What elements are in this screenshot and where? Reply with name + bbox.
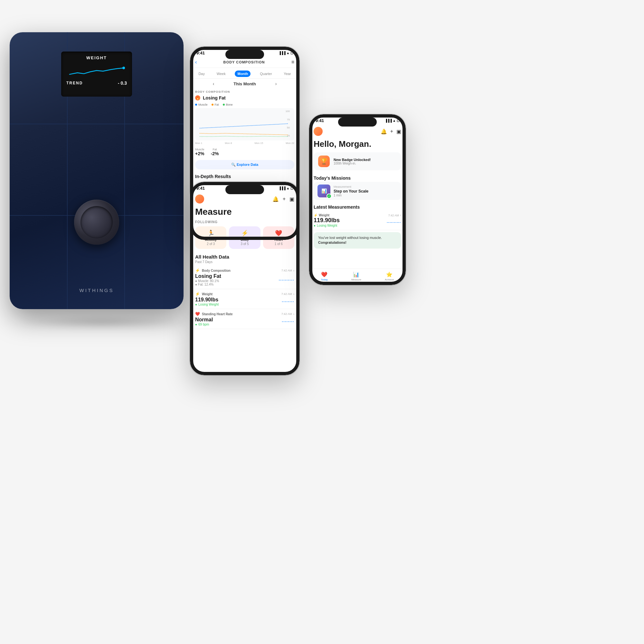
phone2-status-icons: ▐▐▐ ▲ ◻: [279, 186, 293, 190]
nav-measure[interactable]: 📊 Measure: [351, 271, 361, 281]
body-count: 3 of 5: [232, 242, 257, 246]
latest-weight-time: 7:42 AM: [388, 214, 399, 217]
achieve-icon: ⭐: [386, 271, 393, 278]
phone1-status-icons: ▐▐▐ ▲ ◻: [279, 51, 293, 55]
weight-dots: ••••••••: [282, 300, 294, 303]
measure-title: Measure: [190, 206, 299, 220]
svg-point-0: [122, 67, 125, 69]
hello-plus-icon[interactable]: +: [390, 128, 393, 134]
scale-chart: [66, 62, 127, 79]
badge-sub: 100th Weigh-in.: [334, 162, 371, 165]
bc-tab-week[interactable]: Week: [214, 71, 228, 77]
hello-avatar: [314, 127, 323, 136]
past-7-label: Past 7 Days: [190, 260, 299, 266]
body-card[interactable]: ⚡ Body 3 of 5: [229, 226, 260, 249]
bc-section-label: BODY COMPOSITION: [190, 89, 299, 94]
bc-tab-month[interactable]: Month: [235, 71, 251, 77]
measure-icons: 🔔 + ▣: [272, 196, 294, 202]
scale-trend-label: TREND: [66, 81, 83, 85]
heart-rate-arrow: ›: [293, 312, 294, 316]
activity-name: Activity: [198, 238, 223, 241]
body-comp-status: Losing Fat: [195, 273, 221, 279]
square-icon[interactable]: ▣: [289, 196, 294, 202]
badge-title: New Badge Unlocked!: [334, 158, 371, 162]
latest-title: Latest Measurements: [309, 203, 406, 211]
phone2-time: 9:41: [196, 186, 205, 191]
bc-back-button[interactable]: ‹: [195, 59, 197, 65]
bc-tab-quarter[interactable]: Quarter: [257, 71, 274, 77]
body-comp-fat: ● Fat: 12.4%: [195, 283, 221, 286]
bc-status-text: Losing Fat: [203, 95, 226, 100]
bc-nav: ‹ This Month ›: [190, 79, 299, 89]
bc-tabs: Day Week Month Quarter Year: [190, 68, 299, 79]
bc-status-row: 🔥 Losing Fat: [190, 94, 299, 102]
badge-icon: 🏆: [318, 156, 330, 167]
phone3-time: 9:41: [316, 118, 324, 123]
body-comp-dots: ••••••••••: [279, 279, 294, 281]
hello-bell-icon[interactable]: 🔔: [381, 128, 387, 135]
missions-title: Today's Missions: [309, 174, 406, 182]
phone-measure: 9:41 ▐▐▐ ▲ ◻ 🔔 + ▣ Measure Following 🏃 A…: [190, 182, 299, 375]
mission-time: 1 min: [334, 194, 368, 197]
bc-explore-button[interactable]: 🔍 Explore Data: [195, 160, 294, 169]
health-item-body-comp: ⚡ Body Composition 7:42 AM › Losing Fat …: [190, 266, 299, 289]
following-label: Following: [190, 220, 299, 224]
health-item-weight: ⚡ Weight 7:42 AM › 119.90lbs ● Losing We…: [190, 289, 299, 309]
svg-text:50: 50: [287, 126, 290, 129]
bc-fat-value: -2%: [211, 151, 219, 156]
heart-icon: ❤️: [266, 230, 291, 237]
weight-time: 7:42 AM: [281, 292, 292, 296]
bc-menu-button[interactable]: ≡: [291, 59, 294, 65]
scale-device: WEIGHT TREND - 0.3 WITHINGS: [10, 32, 193, 322]
svg-text:75: 75: [287, 118, 290, 121]
nav-today-label: Today: [321, 278, 328, 281]
bc-chart-labels: Mon 1Mon 8Mon 15Mon 22: [190, 140, 299, 146]
weight-type: Weight: [202, 292, 213, 296]
plus-icon[interactable]: +: [283, 196, 286, 202]
bc-nav-prev[interactable]: ‹: [213, 81, 214, 86]
bc-tab-day[interactable]: Day: [196, 71, 207, 77]
weight-icon: ⚡: [195, 292, 200, 296]
nav-today[interactable]: ❤️ Today: [321, 271, 328, 281]
badge-card: 🏆 New Badge Unlocked! 100th Weigh-in.: [314, 152, 401, 170]
bc-legend-muscle: Muscle: [198, 103, 208, 106]
latest-weight-dots: ••••••••••: [387, 221, 401, 223]
phone3-status-icons: ▐▐▐ ▲ ◻: [385, 119, 399, 122]
weight-status-text: Losing Weight: [198, 303, 219, 306]
hello-square-icon[interactable]: ▣: [396, 128, 401, 135]
bc-nav-next[interactable]: ›: [275, 81, 277, 86]
body-comp-type: Body Composition: [202, 269, 231, 272]
activity-count: 2 of 3: [198, 242, 223, 246]
body-icon: ⚡: [232, 230, 257, 237]
congrats-card: You've lost weight without losing muscle…: [314, 232, 401, 249]
latest-weight-arrow: ›: [400, 213, 401, 217]
bc-status-icon: 🔥: [195, 95, 200, 100]
bc-legend-fat: Fat: [215, 103, 219, 106]
health-item-heart: ❤️ Standing Heart Rate 7:42 AM › Normal …: [190, 309, 299, 329]
bell-icon[interactable]: 🔔: [272, 196, 279, 202]
hello-bottom-nav: ❤️ Today 📊 Measure ⭐ Achieve: [309, 269, 406, 285]
congrats-text: You've lost weight without losing muscle…: [318, 235, 397, 245]
heart-card[interactable]: ❤️ Heart 1 of 6: [263, 226, 294, 249]
body-comp-muscle: ● Muscle: 80.1%: [195, 279, 221, 283]
weight-value: 119.90lbs: [195, 297, 219, 303]
scale-weight-label: WEIGHT: [66, 55, 127, 60]
latest-weight-sub: ● Losing Weight: [314, 224, 340, 227]
all-health-title: All Health Data: [190, 251, 299, 260]
heart-rate-icon: ❤️: [195, 312, 200, 316]
mission-title: Step on Your Scale: [334, 189, 368, 194]
mission-type: Measurement: [334, 185, 368, 188]
body-comp-arrow: ›: [293, 269, 294, 272]
scale-brand: WITHINGS: [80, 288, 114, 293]
nav-achieve[interactable]: ⭐ Achieve: [385, 271, 394, 281]
activity-card[interactable]: 🏃 Activity 2 of 3: [195, 226, 226, 249]
bc-tab-year[interactable]: Year: [281, 71, 293, 77]
bc-period: This Month: [233, 81, 256, 86]
hello-icons: 🔔 + ▣: [381, 128, 401, 135]
latest-weight-value: 119.90lbs: [314, 217, 340, 224]
heart-count: 1 of 6: [266, 242, 291, 246]
bc-results-row: Muscle +2% Fat -2%: [190, 146, 299, 158]
mission-card: 📊 ✓ Measurement Step on Your Scale 1 min: [314, 182, 401, 200]
heart-rate-sub: ● 69 bpm: [195, 323, 213, 326]
mission-check-icon: ✓: [327, 194, 332, 199]
